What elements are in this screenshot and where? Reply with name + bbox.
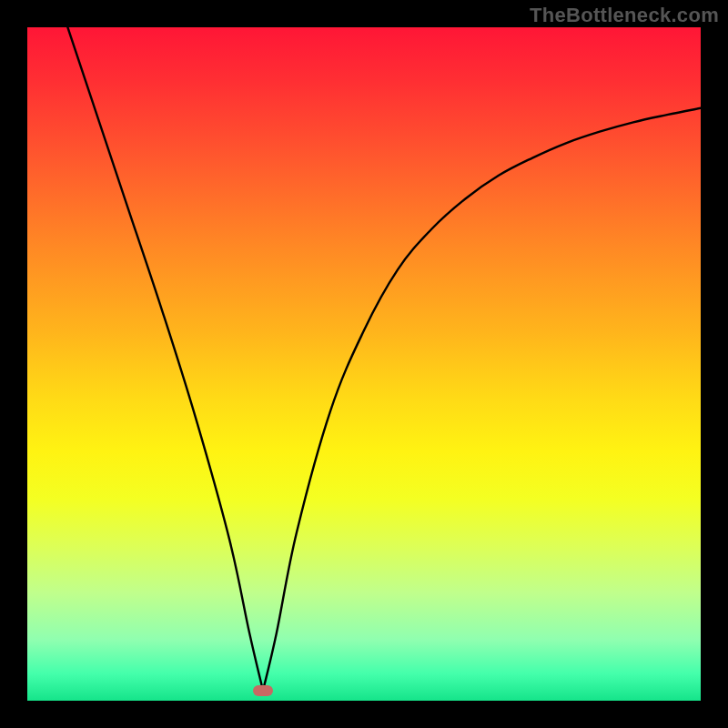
minimum-marker xyxy=(253,685,273,696)
chart-frame: TheBottleneck.com xyxy=(0,0,728,728)
plot-area xyxy=(27,27,701,701)
watermark-text: TheBottleneck.com xyxy=(530,4,719,27)
curve-left-branch xyxy=(67,27,263,691)
curve-svg xyxy=(27,27,701,701)
curve-right-branch xyxy=(263,108,701,691)
